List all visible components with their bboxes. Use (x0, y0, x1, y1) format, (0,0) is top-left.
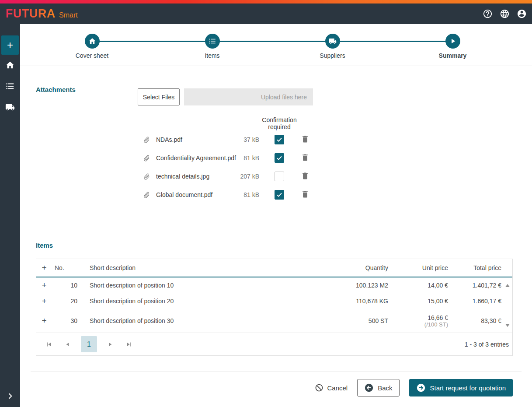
sidebar-item-home[interactable] (0, 55, 20, 76)
item-description: Short description of position 30 (80, 317, 315, 324)
attachment-clip-cell (143, 136, 156, 144)
trash-icon (301, 153, 309, 162)
item-no: 20 (52, 298, 80, 305)
app-window: FUTURA Smart + (0, 0, 532, 407)
confirmation-checkbox[interactable] (275, 172, 284, 181)
item-no: 10 (52, 282, 80, 289)
delete-file-button[interactable] (300, 190, 310, 200)
check-icon (276, 191, 283, 198)
sidebar: + (0, 24, 20, 407)
item-description: Short description of position 10 (80, 282, 315, 289)
current-page-button[interactable]: 1 (81, 336, 97, 352)
paperclip-icon (141, 153, 152, 163)
home-icon (5, 60, 15, 70)
confirmation-checkbox[interactable] (275, 190, 284, 200)
list-icon (209, 37, 216, 45)
back-circle-icon (364, 383, 374, 393)
step-suppliers[interactable]: Suppliers (272, 34, 393, 59)
cancel-label: Cancel (327, 384, 348, 392)
attachments-section: Attachments Select Files Upload files he… (20, 85, 532, 105)
items-table-body: + 10 Short description of position 10 10… (36, 277, 512, 333)
item-quantity: 100.123 M2 (315, 282, 389, 289)
brand-suffix: Smart (59, 11, 78, 19)
item-total-price: 1.401,72 € (450, 282, 504, 289)
next-page-icon (106, 340, 114, 348)
previous-page-icon (64, 340, 72, 348)
items-table: + No. Short description Quantity Unit pr… (36, 259, 513, 356)
submit-label: Start request for quotation (430, 384, 506, 392)
sidebar-item-suppliers[interactable] (0, 97, 20, 118)
item-unit-price: 14,00 € (389, 282, 450, 289)
column-header-description: Short description (80, 264, 315, 271)
upload-dropzone[interactable]: Upload files here (184, 88, 313, 105)
back-label: Back (378, 384, 392, 392)
language-globe-icon (500, 9, 510, 19)
unit-price-note: (/100 ST) (389, 321, 448, 328)
brand-name: FUTURA (6, 7, 56, 21)
confirmation-required-header: Confirmation required (261, 116, 298, 130)
stepper-divider (20, 66, 532, 66)
select-files-button[interactable]: Select Files (138, 88, 180, 105)
attachments-title: Attachments (36, 85, 138, 93)
attachment-clip-cell (143, 154, 156, 162)
item-no: 30 (52, 317, 80, 324)
pagination-summary: 1 - 3 of 3 entries (465, 341, 509, 348)
shipping-truck-icon (5, 102, 15, 112)
confirmation-checkbox[interactable] (275, 153, 284, 163)
file-name: technical details.jpg (156, 173, 239, 180)
step-label: Items (205, 52, 219, 59)
step-label: Cover sheet (76, 52, 108, 59)
step-items[interactable]: Items (152, 34, 272, 59)
file-list-header: Confirmation required (143, 116, 313, 130)
expand-sidebar-button[interactable] (0, 389, 20, 404)
sidebar-item-items[interactable] (0, 76, 20, 97)
cancel-button[interactable]: Cancel (315, 383, 348, 392)
play-icon (449, 37, 457, 45)
scroll-up-arrow[interactable] (505, 284, 510, 287)
expand-row-button[interactable]: + (42, 281, 46, 290)
cancel-block-icon (315, 383, 323, 392)
step-cover-sheet[interactable]: Cover sheet (32, 34, 152, 59)
account-button[interactable] (515, 8, 528, 20)
items-table-header: + No. Short description Quantity Unit pr… (36, 259, 512, 277)
step-summary[interactable]: Summary (393, 34, 513, 59)
delete-file-button[interactable] (300, 135, 310, 144)
file-size: 81 kB (239, 154, 261, 161)
last-page-icon (125, 340, 133, 348)
expand-all-button[interactable]: + (42, 263, 46, 273)
file-size: 37 kB (239, 136, 261, 143)
file-row: NDAs.pdf 37 kB (143, 130, 313, 149)
start-request-for-quotation-button[interactable]: Start request for quotation (409, 379, 513, 396)
expand-row-button[interactable]: + (42, 297, 46, 306)
step-label: Suppliers (320, 52, 345, 59)
file-row: technical details.jpg 207 kB (143, 167, 313, 186)
next-page-button[interactable] (104, 339, 116, 350)
scroll-down-arrow[interactable] (505, 324, 510, 327)
items-title: Items (36, 242, 532, 249)
add-button[interactable]: + (1, 35, 19, 55)
paperclip-icon (141, 134, 152, 145)
language-button[interactable] (498, 8, 511, 20)
table-row: + 10 Short description of position 10 10… (36, 277, 512, 293)
file-name: Global document.pdf (156, 191, 239, 198)
top-bar: FUTURA Smart (0, 4, 532, 24)
first-page-button[interactable] (43, 339, 55, 350)
paperclip-icon (141, 189, 152, 200)
table-pagination: 1 1 - 3 of 3 entries (36, 333, 512, 355)
file-name: NDAs.pdf (156, 136, 239, 143)
trash-icon (301, 172, 309, 180)
last-page-button[interactable] (123, 339, 135, 350)
forward-circle-icon (416, 383, 426, 393)
delete-file-button[interactable] (300, 172, 310, 181)
delete-file-button[interactable] (300, 153, 310, 163)
item-unit-price: 16,66 € (/100 ST) (389, 314, 450, 328)
list-icon (5, 81, 15, 91)
help-button[interactable] (481, 8, 494, 20)
confirmation-checkbox[interactable] (275, 135, 284, 144)
topbar-actions (481, 8, 528, 20)
file-size: 81 kB (239, 191, 261, 198)
back-button[interactable]: Back (357, 379, 399, 396)
expand-row-button[interactable]: + (42, 316, 46, 326)
item-total-price: 83,30 € (450, 317, 504, 324)
previous-page-button[interactable] (62, 339, 73, 350)
